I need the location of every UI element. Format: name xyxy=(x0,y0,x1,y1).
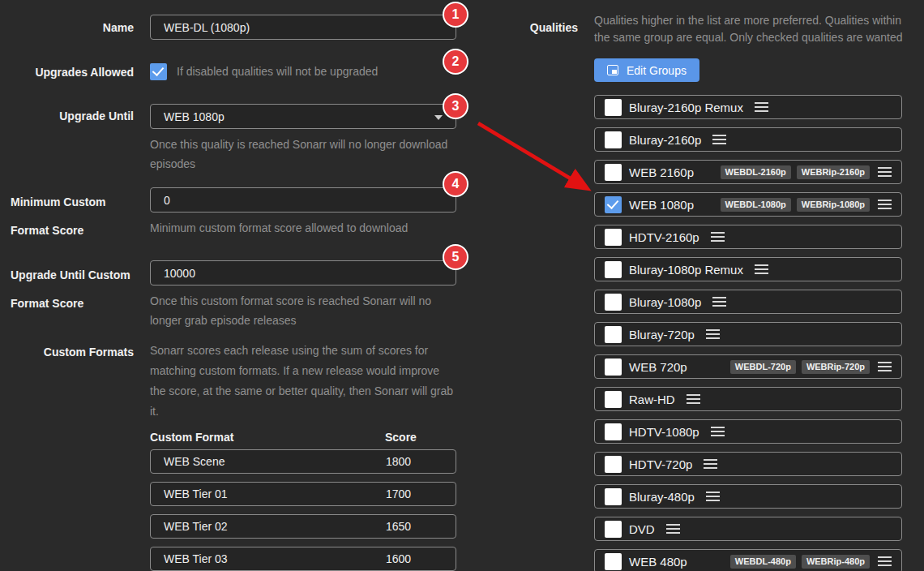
custom-format-row: WEB Tier 021650 xyxy=(150,514,456,539)
form-group-custom-formats: Custom Formats Sonarr scores each releas… xyxy=(0,341,456,571)
quality-checkbox[interactable] xyxy=(605,261,622,278)
annotation-circle-1: 1 xyxy=(443,2,468,28)
custom-formats-label: Custom Formats xyxy=(0,341,134,571)
quality-name: WEB 1080p xyxy=(629,198,694,212)
quality-row: Bluray-720p xyxy=(594,322,902,346)
quality-checkbox[interactable] xyxy=(605,164,622,181)
drag-handle-icon[interactable] xyxy=(878,362,892,371)
drag-handle-icon[interactable] xyxy=(712,297,726,307)
quality-checkbox[interactable] xyxy=(605,521,622,538)
name-label: Name xyxy=(0,15,134,40)
custom-format-score: 1800 xyxy=(386,455,411,468)
quality-name: Bluray-2160p xyxy=(629,133,701,147)
min-custom-format-score-label-line2: Format Score xyxy=(11,217,134,245)
quality-checkbox[interactable] xyxy=(605,391,622,408)
quality-row: WEB 2160pWEBDL-2160pWEBRip-2160p xyxy=(594,160,902,184)
upgrade-until-select[interactable]: WEB 1080p xyxy=(150,104,456,129)
clone-icon xyxy=(607,65,618,75)
quality-checkbox[interactable] xyxy=(605,196,622,213)
drag-handle-icon[interactable] xyxy=(704,459,717,469)
quality-checkbox[interactable] xyxy=(605,488,622,505)
upgrade-until-custom-format-score-help: Once this custom format score is reached… xyxy=(150,291,456,330)
custom-format-name: WEB Scene xyxy=(164,455,386,468)
quality-row: WEB 480pWEBDL-480pWEBRip-480p xyxy=(594,549,902,571)
quality-checkbox[interactable] xyxy=(605,99,622,116)
quality-name: Bluray-480p xyxy=(629,490,695,504)
quality-badge: WEBRip-720p xyxy=(802,360,870,374)
custom-formats-table: WEB Scene1800WEB Tier 011700WEB Tier 021… xyxy=(150,449,456,571)
drag-handle-icon[interactable] xyxy=(878,200,892,209)
min-custom-format-score-label: Minimum Custom Format Score xyxy=(0,187,134,245)
quality-checkbox[interactable] xyxy=(605,553,622,570)
drag-handle-icon[interactable] xyxy=(712,135,726,144)
quality-badges: WEBDL-1080pWEBRip-1080p xyxy=(721,198,870,212)
drag-handle-icon[interactable] xyxy=(687,394,700,404)
annotation-circle-2: 2 xyxy=(443,49,468,75)
quality-row: Bluray-2160p xyxy=(594,127,902,152)
quality-row: HDTV-1080p xyxy=(594,419,902,444)
drag-handle-icon[interactable] xyxy=(711,427,725,436)
edit-groups-button-label: Edit Groups xyxy=(627,64,687,77)
quality-badge: WEBRip-2160p xyxy=(797,165,870,179)
name-input[interactable] xyxy=(150,15,456,40)
drag-handle-icon[interactable] xyxy=(706,329,720,339)
quality-badges: WEBDL-480pWEBRip-480p xyxy=(730,555,870,569)
quality-name: WEB 480p xyxy=(629,555,687,569)
min-custom-format-score-help: Minimum custom format score allowed to d… xyxy=(150,218,456,238)
custom-format-score: 1650 xyxy=(386,520,411,533)
quality-row: Bluray-2160p Remux xyxy=(594,95,902,119)
drag-handle-icon[interactable] xyxy=(878,556,892,566)
quality-name: DVD xyxy=(629,522,655,536)
custom-format-name: WEB Tier 03 xyxy=(164,552,386,565)
quality-badges: WEBDL-720pWEBRip-720p xyxy=(730,360,870,374)
upgrade-until-custom-format-score-label-line1: Upgrade Until Custom xyxy=(11,261,134,290)
edit-groups-button[interactable]: Edit Groups xyxy=(594,58,699,82)
upgrades-allowed-help: If disabled qualities will not be upgrad… xyxy=(177,63,378,80)
drag-handle-icon[interactable] xyxy=(878,167,892,177)
upgrades-allowed-label: Upgrades Allowed xyxy=(0,63,134,80)
quality-checkbox[interactable] xyxy=(605,326,622,343)
form-group-upgrade-until: Upgrade Until WEB 1080p Once this qualit… xyxy=(0,104,456,174)
quality-name: WEB 2160p xyxy=(629,165,694,179)
annotation-circle-3: 3 xyxy=(443,93,468,119)
quality-checkbox[interactable] xyxy=(605,294,622,311)
upgrade-until-custom-format-score-input[interactable] xyxy=(150,260,456,286)
upgrade-until-selected-value: WEB 1080p xyxy=(164,110,225,123)
custom-format-row: WEB Tier 011700 xyxy=(150,482,456,506)
upgrade-until-help: Once this quality is reached Sonarr will… xyxy=(150,135,456,174)
annotation-circle-5: 5 xyxy=(443,244,468,270)
upgrades-allowed-checkbox[interactable] xyxy=(150,63,167,80)
quality-row: Raw-HD xyxy=(594,387,902,411)
custom-formats-table-header: Custom Format Score xyxy=(150,424,456,449)
quality-checkbox[interactable] xyxy=(605,131,622,148)
drag-handle-icon[interactable] xyxy=(706,492,720,501)
quality-checkbox[interactable] xyxy=(605,358,622,376)
custom-format-column-header: Custom Format xyxy=(150,431,385,444)
custom-format-score: 1700 xyxy=(386,487,411,500)
quality-name: HDTV-2160p xyxy=(629,230,699,244)
quality-checkbox[interactable] xyxy=(605,423,622,440)
quality-row: HDTV-2160p xyxy=(594,225,902,249)
custom-formats-help: Sonarr scores each release using the sum… xyxy=(150,341,456,422)
drag-handle-icon[interactable] xyxy=(711,232,725,242)
drag-handle-icon[interactable] xyxy=(755,102,768,112)
quality-row: DVD xyxy=(594,517,902,541)
quality-row: Bluray-480p xyxy=(594,484,902,509)
quality-checkbox[interactable] xyxy=(605,229,622,246)
quality-row: Bluray-1080p xyxy=(594,290,902,314)
quality-checkbox[interactable] xyxy=(605,456,622,473)
qualities-help: Qualities higher in the list are more pr… xyxy=(594,12,909,46)
quality-name: Bluray-720p xyxy=(629,328,695,341)
min-custom-format-score-input[interactable] xyxy=(150,187,456,213)
custom-format-name: WEB Tier 01 xyxy=(164,487,386,500)
drag-handle-icon[interactable] xyxy=(666,524,680,534)
form-group-min-custom-format-score: Minimum Custom Format Score Minimum cust… xyxy=(0,187,456,245)
quality-row: WEB 1080pWEBDL-1080pWEBRip-1080p xyxy=(594,192,902,217)
quality-name: Bluray-1080p xyxy=(629,295,701,309)
drag-handle-icon[interactable] xyxy=(755,264,768,274)
quality-row: Bluray-1080p Remux xyxy=(594,257,902,281)
quality-name: HDTV-720p xyxy=(629,457,692,471)
quality-badge: WEBRip-1080p xyxy=(797,198,870,212)
min-custom-format-score-label-line1: Minimum Custom xyxy=(11,188,134,217)
quality-row: HDTV-720p xyxy=(594,452,902,476)
